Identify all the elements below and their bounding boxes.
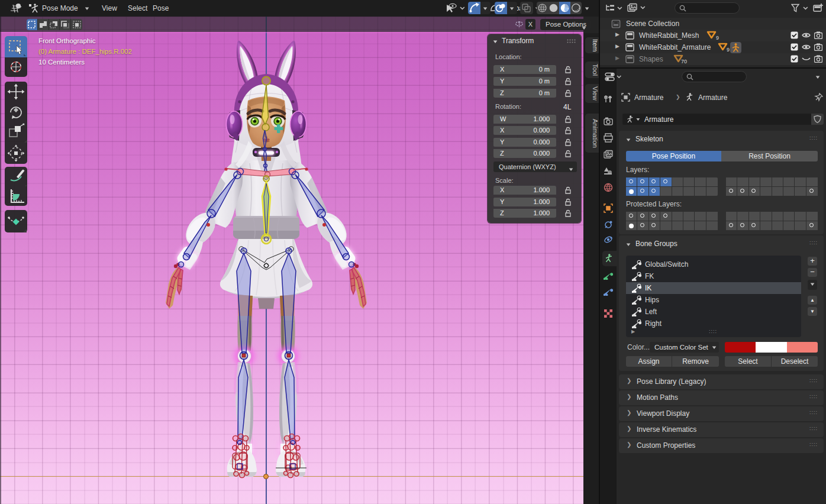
svg-text:9: 9	[716, 35, 719, 41]
svg-text:70: 70	[681, 59, 687, 64]
svg-text:9: 9	[727, 47, 730, 53]
